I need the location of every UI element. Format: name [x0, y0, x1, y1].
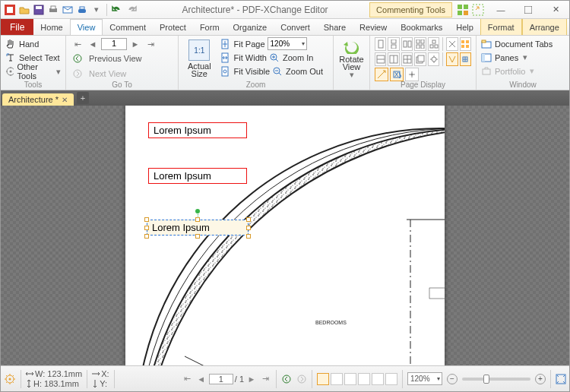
- ui-options-icon[interactable]: [457, 4, 472, 16]
- resize-handle-e[interactable]: [246, 226, 251, 230]
- menu-bookmarks[interactable]: Bookmarks: [394, 19, 449, 35]
- pd-thumbs-icon[interactable]: [460, 37, 471, 51]
- menu-format[interactable]: Format: [480, 19, 522, 35]
- svg-rect-14: [524, 6, 532, 14]
- resize-handle-n[interactable]: [195, 217, 200, 222]
- portfolio-button[interactable]: Portfolio▾: [481, 65, 565, 77]
- menu-share[interactable]: Share: [317, 19, 353, 35]
- resize-handle-sw[interactable]: [144, 234, 149, 239]
- resize-handle-nw[interactable]: [144, 217, 149, 222]
- pd-snap2-icon[interactable]: xy: [390, 68, 404, 81]
- document-tab[interactable]: Architecture *✕: [2, 93, 74, 106]
- tool-other[interactable]: Other Tools▾: [5, 65, 61, 78]
- pd-split-v-icon[interactable]: [388, 52, 399, 66]
- nav-prev-icon: ◄: [86, 37, 100, 51]
- menu-convert[interactable]: Convert: [274, 19, 317, 35]
- sb-zoom-combo[interactable]: 120%: [407, 372, 442, 385]
- document-tabs-button[interactable]: Document Tabs: [481, 37, 565, 50]
- svg-rect-36: [421, 45, 424, 49]
- sb-page-input[interactable]: 1: [209, 374, 233, 384]
- undo-icon[interactable]: [111, 4, 123, 16]
- pd-gaps-icon[interactable]: [446, 37, 458, 51]
- sb-back-icon[interactable]: [281, 374, 292, 384]
- sb-layout-3-icon[interactable]: [344, 373, 356, 385]
- menu-form[interactable]: Form: [193, 19, 226, 35]
- sb-layout-5-icon[interactable]: [372, 373, 384, 385]
- width-icon: [26, 371, 33, 377]
- scan-icon[interactable]: [76, 4, 88, 16]
- sb-zoom-slider[interactable]: [462, 378, 530, 381]
- quick-launch-icon[interactable]: [472, 4, 487, 16]
- menu-comment[interactable]: Comment: [103, 19, 153, 35]
- svg-rect-55: [482, 40, 486, 43]
- pd-snap3-icon[interactable]: [405, 68, 419, 81]
- save-icon[interactable]: [33, 4, 45, 16]
- page-input[interactable]: 1: [101, 38, 127, 50]
- pd-split-4-icon[interactable]: [401, 52, 413, 66]
- menu-protect[interactable]: Protect: [153, 19, 193, 35]
- pd-single-icon[interactable]: [375, 37, 386, 51]
- pd-continuous-icon[interactable]: [388, 37, 399, 51]
- x-icon: [92, 371, 100, 377]
- menu-arrange[interactable]: Arrange: [522, 19, 567, 35]
- maximize-button[interactable]: [515, 1, 542, 19]
- resize-handle-ne[interactable]: [246, 217, 251, 222]
- tool-hand[interactable]: Hand: [5, 37, 61, 51]
- pd-rulers-icon[interactable]: [460, 52, 471, 66]
- resize-handle-s[interactable]: [195, 234, 200, 239]
- qat-dropdown-icon[interactable]: ▾: [90, 4, 103, 16]
- fit-page-button[interactable]: Fit Page: [220, 37, 265, 50]
- fit-width-button[interactable]: Fit Width: [220, 51, 267, 64]
- sb-zoom-out-icon[interactable]: −: [447, 374, 458, 384]
- pd-snap1-icon[interactable]: [375, 68, 388, 81]
- sb-zoom-in-icon[interactable]: +: [535, 374, 546, 384]
- sb-zoom-thumb[interactable]: [483, 375, 489, 384]
- menu-organize[interactable]: Organize: [226, 19, 274, 35]
- zoom-out-button[interactable]: Zoom Out: [272, 65, 323, 77]
- sb-layout-6-icon[interactable]: [385, 373, 397, 385]
- minimize-button[interactable]: —: [487, 1, 515, 19]
- next-view-button: Next View: [71, 66, 173, 81]
- pd-guides-icon[interactable]: [446, 52, 458, 66]
- workspace[interactable]: BEDROOMS LIVING ROOM Lorem Ipsum Lorem I…: [1, 106, 569, 365]
- menu-home[interactable]: Home: [33, 19, 69, 35]
- print-icon[interactable]: [47, 4, 59, 16]
- menu-review[interactable]: Review: [353, 19, 394, 35]
- resize-handle-w[interactable]: [144, 226, 149, 230]
- panes-button[interactable]: Panes▾: [481, 51, 565, 64]
- menu-view[interactable]: View: [70, 19, 103, 35]
- email-icon[interactable]: [62, 4, 74, 16]
- textbox-1[interactable]: Lorem Ipsum: [148, 122, 247, 138]
- rotate-view-button[interactable]: RotateView ▾: [334, 37, 368, 80]
- pd-split-h-icon[interactable]: [375, 52, 386, 66]
- close-button[interactable]: ✕: [542, 1, 569, 19]
- pdf-page[interactable]: BEDROOMS LIVING ROOM Lorem Ipsum Lorem I…: [125, 106, 445, 365]
- close-tab-icon[interactable]: ✕: [62, 96, 68, 104]
- fit-visible-button[interactable]: Fit Visible: [220, 65, 270, 77]
- add-tab-button[interactable]: +: [77, 92, 89, 104]
- textbox-3-selected[interactable]: Lorem Ipsum: [147, 220, 249, 236]
- file-tab[interactable]: File: [1, 19, 33, 35]
- sb-layout-2-icon[interactable]: [331, 373, 343, 385]
- pd-two-cont-icon[interactable]: [414, 37, 426, 51]
- sb-layout-1-icon[interactable]: [317, 373, 329, 385]
- resize-handle-se[interactable]: [246, 234, 251, 239]
- open-icon[interactable]: [18, 4, 30, 16]
- svg-rect-29: [391, 40, 396, 43]
- zoom-combo[interactable]: 120%: [268, 37, 307, 50]
- textbox-2[interactable]: Lorem Ipsum: [148, 168, 247, 184]
- pd-two-icon[interactable]: [401, 37, 413, 51]
- redo-icon[interactable]: [125, 4, 138, 16]
- prev-view-button[interactable]: Previous View: [71, 51, 173, 66]
- options-icon[interactable]: [4, 373, 16, 385]
- pd-cover-icon[interactable]: [428, 37, 439, 51]
- zoom-in-button[interactable]: Zoom In: [269, 51, 313, 64]
- textbox-3-content[interactable]: Lorem Ipsum: [147, 220, 249, 236]
- sb-fullscreen-icon[interactable]: [556, 374, 566, 384]
- actual-size-button[interactable]: 1:1 ActualSize: [183, 37, 216, 80]
- menu-help[interactable]: Help: [449, 19, 480, 35]
- pd-new-win-icon[interactable]: [414, 52, 426, 66]
- find-button[interactable]: Find...: [567, 20, 570, 35]
- pd-settings-icon[interactable]: [428, 52, 439, 66]
- sb-layout-4-icon[interactable]: [358, 373, 370, 385]
